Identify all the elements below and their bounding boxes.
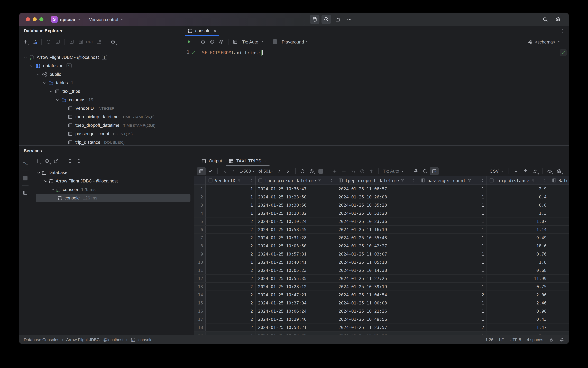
grid-cell[interactable] [549,193,568,201]
column-header-Rate[interactable]: Rate [549,176,568,184]
inspection-status[interactable] [560,49,567,56]
grid-cell[interactable] [549,234,568,242]
export-format-selector[interactable]: CSV [488,167,506,175]
services-tree-item[interactable]: console126 ms [31,194,194,202]
explorer-tree-item[interactable]: tables1 [19,79,181,87]
show-options-button[interactable] [43,157,51,165]
grid-cell[interactable]: 2024-01-25 10:39:19 [336,283,418,291]
grid-cell[interactable]: 1 [418,267,487,274]
row-number[interactable]: 12 [194,275,206,282]
expand-all-button[interactable] [65,157,74,165]
grid-cell[interactable]: 2024-01-25 10:03:50 [256,242,336,250]
sort-icon[interactable] [543,178,547,183]
explorer-tree-item[interactable]: tpep_dropoff_datetimeTIMESTAMP(26,6) [19,121,181,129]
submit-changes-button[interactable] [367,167,376,175]
grid-cell[interactable]: 2 [206,299,256,307]
explorer-tree-item[interactable]: Arrow Flight JDBC - @localhost1 [19,53,181,62]
search-everywhere-button[interactable] [541,15,550,24]
grid-cell[interactable]: 2024-01-25 11:23:57 [336,323,418,331]
stop-button[interactable] [270,38,279,46]
sql-statement-line[interactable]: SELECT * FROM taxi_trips; [201,49,263,56]
revert-changes-button[interactable] [349,167,357,175]
grid-cell[interactable]: 0.8 [487,201,549,209]
grid-cell[interactable]: 2024-01-25 10:31:28 [256,234,336,242]
editor-options-icon[interactable] [560,28,566,34]
grid-cell[interactable] [549,258,568,266]
grid-cell[interactable]: 2024-01-25 10:55:35 [256,275,336,282]
column-header-VendorID[interactable]: VendorID [206,176,256,184]
console-settings-button[interactable] [217,38,226,46]
grid-cell[interactable]: 1 [418,242,487,250]
grid-cell[interactable]: 1 [418,307,487,315]
row-number[interactable]: 2 [194,193,206,201]
sort-icon[interactable] [480,178,484,183]
vcs-menu[interactable]: Version control [89,17,124,22]
more-tools-button[interactable] [345,15,354,24]
grid-cell[interactable]: 2024-01-25 10:06:24 [256,307,336,315]
row-number[interactable]: 6 [194,226,206,233]
grid-cell[interactable]: 2024-01-25 10:49:56 [336,315,418,323]
grid-cell[interactable]: 2024-01-25 10:23:50 [256,193,336,201]
filter-funnel-icon[interactable] [401,178,405,183]
expand-chevron-icon[interactable] [29,63,35,68]
grid-cell[interactable]: 1 [418,315,487,323]
grid-cell[interactable]: 18.6 [487,242,549,250]
open-query-console-button[interactable] [67,38,76,46]
grid-cell[interactable]: 2.9 [487,185,549,193]
grid-cell[interactable]: 2 [206,275,256,282]
grid-cell[interactable]: 1 [418,193,487,201]
grid-cell[interactable]: 2024-01-25 10:35:28 [336,201,418,209]
grid-cell[interactable]: 0.76 [487,250,549,258]
column-header-tpep_dropoff_datetime[interactable]: tpep_dropoff_datetime [336,176,418,184]
grid-cell[interactable]: 2024-01-25 11:05:18 [336,258,418,266]
add-row-button[interactable] [330,167,339,175]
services-tree-item[interactable]: Database [31,168,194,177]
grid-cell[interactable]: 2024-01-25 10:42:27 [336,242,418,250]
row-count-label[interactable]: of 501+ [257,168,275,174]
grid-cell[interactable]: 2024-01-25 10:05:23 [256,267,336,274]
explorer-tree-item[interactable]: VendorIDINTEGER [19,104,181,112]
delete-row-button[interactable] [339,167,348,175]
expand-chevron-icon[interactable] [55,97,61,102]
expand-chevron-icon[interactable] [36,170,41,175]
breadcrumb-item[interactable]: Database Consoles [24,337,59,342]
jump-to-console-button[interactable] [53,38,62,46]
import-export-button[interactable] [531,167,539,175]
services-tree-item[interactable]: Arrow Flight JDBC - @localhost [31,177,194,185]
view-mode-button[interactable] [20,189,29,197]
grid-cell[interactable]: 2.46 [487,299,549,307]
grid-cell[interactable]: 1.3 [487,209,549,217]
database-toolwindow-button[interactable] [310,15,320,24]
grid-cell[interactable]: 2024-01-25 10:10:24 [256,218,336,225]
close-window-button[interactable] [26,17,30,21]
grid-cell[interactable]: 2024-01-25 10:57:31 [256,250,336,258]
filter-funnel-icon[interactable] [237,178,241,183]
file-encoding[interactable]: UTF-8 [510,337,521,342]
grid-cell[interactable]: 11.99 [487,275,549,282]
grid-cell[interactable]: 2024-01-25 10:39:40 [256,315,336,323]
row-number[interactable]: 10 [194,258,206,266]
find-in-grid-button[interactable] [420,167,429,175]
filter-funnel-icon[interactable] [531,178,535,183]
grid-cell[interactable]: 1.47 [487,323,549,331]
grid-cell[interactable] [549,299,568,307]
grid-cell[interactable]: 2 [206,226,256,233]
add-datasource-button[interactable] [21,38,30,46]
row-number[interactable]: 15 [194,299,206,307]
grid-cell[interactable]: 0.43 [487,315,549,323]
grid-cell[interactable]: 1 [418,250,487,258]
grid-cell[interactable]: 2024-01-25 11:16:19 [336,226,418,233]
grid-cell[interactable]: 1.8 [487,258,549,266]
indent-setting[interactable]: 4 spaces [527,337,543,342]
grid-cell[interactable]: 1 [418,299,487,307]
caret-position[interactable]: 1:26 [485,337,493,342]
export-data-button[interactable] [512,167,520,175]
grid-cell[interactable]: 2024-01-25 10:30:56 [256,201,336,209]
sort-icon[interactable] [412,178,416,183]
reload-page-button[interactable] [298,167,307,175]
sort-icon[interactable] [330,178,334,183]
explorer-tree-item[interactable]: trip_distanceDOUBLE(0) [19,138,181,146]
notifications-icon[interactable] [560,337,564,342]
grid-cell[interactable]: 1 [418,258,487,266]
grid-cell[interactable] [549,209,568,217]
